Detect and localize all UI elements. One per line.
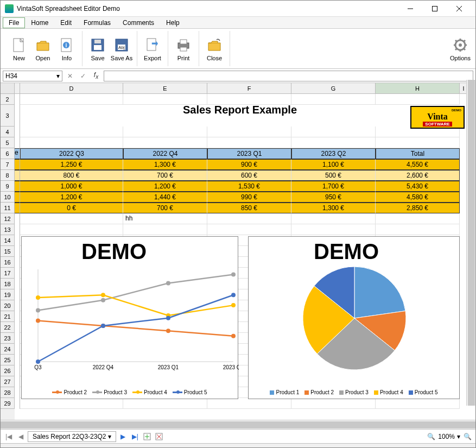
formula-bar: H34▾ ✕ ✓ fx [1, 69, 475, 83]
add-sheet-button[interactable] [142, 432, 152, 441]
svg-point-38 [36, 308, 40, 313]
table-cell: 4,550 € [376, 159, 460, 170]
svg-point-39 [101, 298, 105, 302]
col-header-e[interactable]: E [123, 83, 207, 93]
zoom-in-button[interactable]: 🔍 [462, 432, 472, 441]
menu-file[interactable]: File [3, 17, 25, 28]
svg-rect-10 [94, 40, 101, 43]
table-cell: 1,700 € [291, 181, 376, 192]
column-headers[interactable]: D E F G H I [1, 83, 475, 94]
chevron-down-icon: ▾ [56, 72, 60, 80]
select-all-corner[interactable] [1, 83, 15, 93]
close-doc-button[interactable]: Close [202, 31, 226, 66]
status-bar: Ready [1, 443, 475, 448]
delete-sheet-button[interactable] [154, 432, 164, 441]
options-button[interactable]: Options [448, 31, 472, 66]
name-box[interactable]: H34▾ [3, 71, 62, 81]
menu-formulas[interactable]: Formulas [78, 17, 117, 28]
col-header-d[interactable]: D [20, 83, 123, 93]
table-cell: 2,850 € [376, 203, 460, 213]
table-cell: 900 € [207, 159, 291, 170]
sheet-tab-bar: |◀ ◀ Sales Report 22Q3-23Q2 ▾ ▶ ▶| 🔍 100… [1, 429, 475, 443]
svg-line-27 [455, 48, 457, 50]
svg-text:2022 Q4: 2022 Q4 [93, 364, 114, 370]
pie-chart[interactable]: DEMO Product 1Product 2Product 3Product … [248, 236, 460, 399]
fx-button[interactable]: fx [91, 71, 101, 81]
svg-rect-1 [432, 6, 437, 11]
col-header-f[interactable]: F [207, 83, 291, 93]
info-button[interactable]: iInfo [55, 31, 79, 66]
table-cell: 1,250 € [20, 159, 123, 170]
menu-home[interactable]: Home [25, 17, 54, 28]
svg-text:2023 Q2: 2023 Q2 [223, 364, 239, 370]
horizontal-scrollbar[interactable] [1, 420, 475, 429]
minimize-button[interactable] [398, 1, 422, 16]
info-icon: i [58, 36, 75, 54]
close-button[interactable] [447, 1, 471, 16]
export-button[interactable]: Export [141, 31, 164, 66]
report-title: Sales Report Example [20, 105, 460, 127]
tab-nav-prev[interactable]: ◀ [16, 432, 26, 441]
maximize-button[interactable] [422, 1, 447, 16]
row-headers[interactable]: 2 3 4 5 6 7 8 9 10 11 12 13 14 15 16 17 … [1, 94, 15, 420]
svg-rect-14 [147, 39, 156, 51]
open-button[interactable]: Open [31, 31, 55, 66]
save-icon [89, 36, 106, 54]
table-cell: 1,300 € [123, 159, 207, 170]
table-cell: 1,200 € [123, 181, 207, 192]
svg-point-46 [36, 359, 40, 364]
vertical-scrollbar[interactable] [466, 80, 475, 406]
col-header-g[interactable]: G [291, 83, 376, 93]
export-icon [144, 36, 161, 54]
print-button[interactable]: Print [172, 31, 195, 66]
svg-point-43 [101, 293, 105, 297]
svg-text:Ab|: Ab| [118, 45, 125, 50]
svg-point-48 [166, 316, 170, 320]
svg-point-40 [166, 281, 170, 286]
spreadsheet-grid[interactable]: D E F G H I 2 3 4 5 6 7 8 9 10 11 12 13 … [1, 83, 475, 420]
app-icon [5, 4, 14, 13]
pie-chart-legend: Product 1Product 2Product 3Product 4Prod… [249, 389, 459, 395]
table-cell: 1,100 € [291, 159, 376, 170]
table-cell: 600 € [207, 170, 291, 181]
menu-edit[interactable]: Edit [54, 17, 78, 28]
menu-help[interactable]: Help [160, 17, 186, 28]
new-button[interactable]: New [7, 31, 31, 66]
table-cell: 1,000 € [20, 181, 123, 192]
line-chart-legend: Product 2Product 3Product 4Product 5 [22, 389, 238, 395]
table-cell: 2,600 € [376, 170, 460, 181]
cancel-formula-button[interactable]: ✕ [65, 71, 75, 81]
table-cell: 990 € [207, 192, 291, 203]
accept-formula-button[interactable]: ✓ [78, 71, 88, 81]
menu-bar: File Home Edit Formulas Comments Help [1, 17, 475, 29]
tab-nav-first[interactable]: |◀ [4, 432, 14, 441]
zoom-dropdown[interactable]: ▾ [457, 433, 460, 440]
tab-nav-last[interactable]: ▶| [130, 432, 140, 441]
save-button[interactable]: Save [86, 31, 110, 66]
svg-point-49 [231, 293, 236, 297]
svg-line-26 [464, 40, 465, 42]
open-icon [34, 36, 52, 54]
print-icon [175, 36, 192, 54]
table-cell: 700 € [123, 170, 207, 181]
sheet-tab-active[interactable]: Sales Report 22Q3-23Q2 ▾ [28, 431, 116, 442]
title-bar: VintaSoft Spreadsheet Editor Demo [1, 1, 475, 17]
line-chart[interactable]: DEMO Q32022 Q42023 Q12023 Q2 Product 2Pr… [21, 236, 238, 399]
col-header-h[interactable]: H [376, 83, 460, 93]
svg-point-36 [166, 329, 170, 333]
menu-comments[interactable]: Comments [117, 17, 160, 28]
saveas-button[interactable]: Ab|Save As [110, 31, 134, 66]
svg-point-45 [231, 303, 236, 307]
tab-nav-next[interactable]: ▶ [118, 432, 128, 441]
gear-icon [452, 36, 469, 54]
svg-text:i: i [66, 42, 67, 48]
formula-input[interactable] [104, 71, 473, 81]
svg-text:2023 Q1: 2023 Q1 [158, 364, 179, 370]
pie-chart-canvas [249, 237, 460, 378]
svg-rect-16 [180, 40, 187, 44]
zoom-out-button[interactable]: 🔍 [426, 432, 436, 441]
table-cell: 850 € [207, 203, 291, 213]
svg-text:Q3: Q3 [34, 364, 42, 370]
svg-rect-17 [180, 47, 187, 51]
cells-area[interactable]: Sales Report Example DEMO Vinta SOFTWARE… [15, 94, 475, 420]
